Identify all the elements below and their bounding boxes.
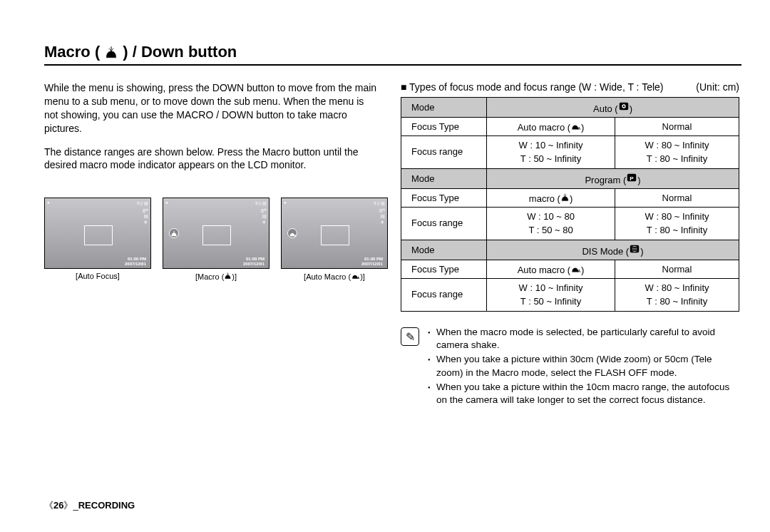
note-item: When you take a picture within 30cm (Wid… [428,353,739,379]
row-mode: Mode [401,98,487,118]
auto-macro-icon [351,272,360,280]
mode-dis: DIS Mode () [487,240,739,260]
note-icon: ✎ [401,327,419,346]
page-title: Macro ( ) / Down button [44,43,741,66]
cell-range: W : 10 ~ Inﬁnity T : 50 ~ Inﬁnity [487,279,615,312]
note-box: ✎ When the macro mode is selected, be pa… [401,326,739,408]
unit-label: (Unit: cm) [696,81,739,93]
auto-macro-icon [570,264,581,273]
focus-range-table: Mode Auto () Focus Type Auto macro () No… [401,97,739,312]
program-mode-icon [626,172,637,183]
cell-range: W : 80 ~ Inﬁnity T : 80 ~ Inﬁnity [615,208,739,240]
row-focus-range: Focus range [401,136,487,169]
macro-icon [169,228,179,238]
paragraph-2: The distance ranges are shown below. Pre… [44,145,379,173]
row-mode: Mode [401,169,487,189]
title-post: ) / Down button [123,43,237,61]
row-focus-range: Focus range [401,208,487,240]
macro-icon [560,193,570,202]
page-footer: 《26》_RECORDING [44,499,135,512]
paragraph-1: While the menu is showing, press the DOW… [44,81,379,135]
note-item: When the macro mode is selected, be part… [428,326,739,352]
row-focus-range: Focus range [401,279,487,312]
cell-range: W : 10 ~ 80 T : 50 ~ 80 [487,208,615,240]
row-focus-type: Focus Type [401,260,487,279]
row-mode: Mode [401,240,487,260]
macro-icon [224,272,232,280]
mode-program: Program () [487,169,739,189]
cell-range: W : 80 ~ Inﬁnity T : 80 ~ Inﬁnity [615,279,739,312]
macro-icon [104,45,118,59]
cell-auto-macro: Auto macro () [487,260,615,279]
row-focus-type: Focus Type [401,189,487,208]
lcd-auto-macro: ●5 ▯ ▥ 8ᴹ ₪ ☀ 01:00 PM2007/12/01 [281,198,388,269]
right-column: ■ Types of focus mode and focus range (W… [401,81,739,408]
caption-auto-focus: [Auto Focus] [44,272,151,280]
lcd-auto-focus: ●5 ▯ ▥ 8ᴹ ₪ ☀ 01:00 PM2007/12/01 [44,198,151,269]
cell-macro: macro () [487,189,615,208]
caption-auto-macro: [Auto Macro ()] [281,272,388,281]
cell-normal: Normal [615,260,739,279]
screenshot-row: ●5 ▯ ▥ 8ᴹ ₪ ☀ 01:00 PM2007/12/01 [Auto F… [44,198,379,281]
caption-macro: [Macro ()] [163,272,270,281]
table-heading: ■ Types of focus mode and focus range (W… [401,81,739,93]
cell-normal: Normal [615,118,739,136]
left-column: While the menu is showing, press the DOW… [44,81,379,408]
cell-normal: Normal [615,189,739,208]
note-item: When you take a picture within the 10cm … [428,381,739,406]
auto-mode-icon [618,101,630,112]
mode-auto: Auto () [487,98,739,118]
cell-range: W : 10 ~ Inﬁnity T : 50 ~ Inﬁnity [487,136,615,169]
auto-macro-icon [570,121,581,131]
dis-mode-icon [629,243,640,255]
title-pre: Macro ( [44,43,100,61]
cell-auto-macro: Auto macro () [487,118,615,136]
row-focus-type: Focus Type [401,118,487,136]
auto-macro-icon [287,228,297,238]
lcd-macro: ●5 ▯ ▥ 8ᴹ ₪ ☀ 01:00 PM2007/12/01 [163,198,270,269]
cell-range: W : 80 ~ Inﬁnity T : 80 ~ Inﬁnity [615,136,739,169]
